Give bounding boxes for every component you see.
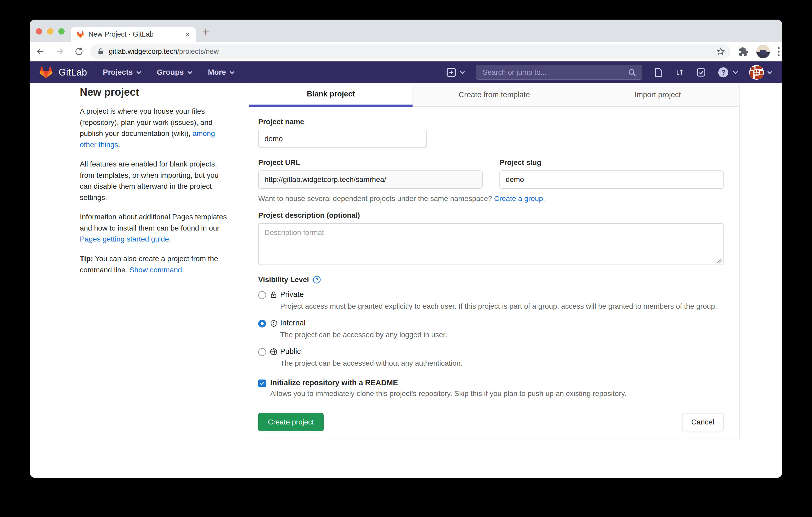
project-description-label: Project description (optional): [258, 211, 724, 219]
search-input[interactable]: Search or jump to...: [476, 65, 642, 80]
close-window-button[interactable]: [36, 28, 42, 34]
visibility-option-private[interactable]: Private Project access must be granted e…: [258, 290, 724, 312]
public-option-label: Public: [280, 347, 724, 356]
internal-option-description: The project can be accessed by any logge…: [280, 329, 722, 341]
help-icon: ?: [717, 66, 729, 79]
nav-menu-groups[interactable]: Groups: [157, 68, 193, 77]
fullscreen-window-button[interactable]: [58, 28, 65, 34]
project-url-input[interactable]: [258, 171, 483, 189]
create-project-button[interactable]: Create project: [258, 413, 324, 431]
reload-icon[interactable]: [74, 47, 84, 56]
public-option-description: The project can be accessed without any …: [280, 358, 722, 369]
project-name-input[interactable]: [258, 130, 427, 148]
browser-tab-strip: New Project · GitLab × +: [30, 20, 782, 42]
issues-icon[interactable]: [653, 67, 663, 78]
internal-option-label: Internal: [280, 318, 724, 327]
gitlab-brand-text[interactable]: GitLab: [59, 67, 87, 78]
private-option-label: Private: [280, 290, 724, 299]
merge-requests-icon[interactable]: [674, 67, 685, 78]
svg-text:?: ?: [721, 68, 725, 76]
sidebar-tip: Tip: You can also create a project from …: [80, 253, 232, 275]
visibility-option-public[interactable]: Public The project can be accessed witho…: [258, 347, 724, 369]
project-type-tabs: Blank project Create from template Impor…: [249, 83, 739, 107]
extensions-icon[interactable]: [738, 46, 748, 57]
nav-menu-projects[interactable]: Projects: [103, 68, 142, 77]
help-dropdown[interactable]: ?: [717, 66, 738, 79]
chevron-down-icon: [732, 70, 738, 74]
browser-window: New Project · GitLab × + gitlab.widgetco…: [30, 20, 782, 478]
search-placeholder: Search or jump to...: [483, 68, 628, 77]
project-url-label: Project URL: [258, 158, 483, 167]
gitlab-favicon-icon: [77, 31, 84, 38]
show-command-link[interactable]: Show command: [129, 266, 182, 274]
chevron-down-icon: [229, 70, 235, 74]
minimize-window-button[interactable]: [47, 28, 53, 34]
readme-label: Initialize repository with a README: [270, 378, 724, 387]
readme-option[interactable]: Initialize repository with a README Allo…: [258, 378, 724, 398]
chevron-down-icon: [136, 70, 142, 74]
radio-internal[interactable]: [258, 320, 266, 328]
chevron-down-icon: [459, 70, 465, 74]
back-icon[interactable]: [36, 47, 46, 57]
radio-public[interactable]: [258, 348, 266, 356]
gitlab-navbar: GitLab Projects Groups More Search or ju…: [30, 61, 782, 83]
globe-icon: [270, 347, 278, 356]
lock-icon: [270, 291, 278, 299]
browser-profile-avatar[interactable]: [756, 45, 770, 58]
svg-text:?: ?: [316, 277, 318, 282]
browser-tab[interactable]: New Project · GitLab ×: [70, 27, 196, 42]
user-avatar: [749, 65, 764, 80]
sidebar-help-text: New project A project is where you house…: [80, 86, 232, 284]
chevron-down-icon: [187, 70, 193, 74]
tab-create-from-template[interactable]: Create from template: [412, 83, 576, 107]
browser-menu-icon[interactable]: [778, 47, 780, 56]
project-name-label: Project name: [258, 118, 724, 126]
tab-close-icon[interactable]: ×: [185, 30, 190, 39]
new-project-panel: Blank project Create from template Impor…: [249, 83, 740, 439]
check-icon: [259, 381, 265, 386]
resize-grip-icon[interactable]: [717, 259, 722, 264]
new-item-dropdown[interactable]: [446, 67, 465, 78]
search-icon: [628, 68, 636, 77]
pages-guide-link[interactable]: Pages getting started guide: [80, 235, 169, 243]
window-controls: [36, 28, 65, 34]
page-title: New project: [80, 86, 232, 98]
plus-square-icon: [446, 67, 457, 78]
forward-icon[interactable]: [55, 47, 65, 57]
browser-toolbar: gitlab.widgetcorp.tech/projects/new: [30, 42, 782, 61]
page-content: New project A project is where you house…: [30, 83, 782, 478]
readme-checkbox[interactable]: [258, 379, 266, 387]
help-question-icon[interactable]: ?: [313, 275, 321, 284]
visibility-option-internal[interactable]: Internal The project can be accessed by …: [258, 318, 724, 341]
user-menu[interactable]: [749, 65, 773, 80]
gitlab-logo-icon[interactable]: [39, 66, 53, 79]
project-description-textarea[interactable]: [258, 223, 724, 265]
tab-blank-project[interactable]: Blank project: [249, 83, 412, 107]
todos-icon[interactable]: [696, 67, 706, 78]
url-text: gitlab.widgetcorp.tech/projects/new: [109, 48, 716, 56]
radio-private[interactable]: [258, 291, 266, 299]
shield-icon: [270, 319, 278, 328]
sidebar-paragraph-2: All features are enabled for blank proje…: [80, 159, 232, 203]
chevron-down-icon: [767, 70, 773, 74]
readme-description: Allows you to immediately clone this pro…: [270, 390, 724, 398]
tab-title: New Project · GitLab: [88, 30, 182, 38]
namespace-hint: Want to house several dependent projects…: [258, 194, 724, 203]
private-option-description: Project access must be granted explicitl…: [280, 301, 722, 312]
address-bar[interactable]: gitlab.widgetcorp.tech/projects/new: [90, 44, 731, 59]
visibility-level-label: Visibility Level: [258, 275, 309, 284]
tab-import-project[interactable]: Import project: [576, 83, 739, 107]
url-path: /projects/new: [177, 48, 219, 55]
sidebar-paragraph-1: A project is where you house your files …: [80, 106, 232, 150]
url-domain: gitlab.widgetcorp.tech: [109, 48, 177, 55]
lock-icon: [97, 48, 104, 55]
cancel-button[interactable]: Cancel: [682, 413, 724, 431]
bookmark-star-icon[interactable]: [716, 47, 725, 56]
nav-menu-more[interactable]: More: [208, 68, 235, 77]
project-slug-input[interactable]: [499, 171, 724, 189]
project-slug-label: Project slug: [499, 158, 724, 167]
new-tab-button[interactable]: +: [202, 25, 209, 38]
create-a-group-link[interactable]: Create a group.: [494, 194, 545, 203]
sidebar-paragraph-3: Information about additional Pages templ…: [80, 211, 232, 245]
